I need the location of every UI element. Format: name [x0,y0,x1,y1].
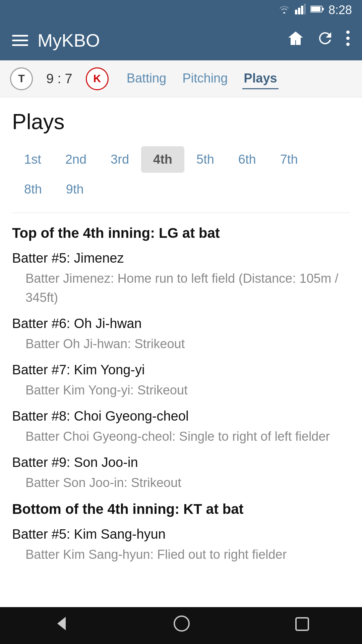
team1-badge: T [10,67,33,90]
batter-2-name: Batter #6: Oh Ji-hwan [12,316,350,331]
play-item-2: Batter #6: Oh Ji-hwan Batter Oh Ji-hwan:… [12,316,350,354]
bottom-nav [0,607,362,644]
batter-4-name: Batter #8: Choi Gyeong-cheol [12,409,350,424]
batter-4-desc: Batter Choi Gyeong-cheol: Single to righ… [25,427,350,446]
batter-b1-name: Batter #5: Kim Sang-hyun [12,527,350,542]
nav-home-icon[interactable] [173,615,190,636]
plays-content: Top of the 4th inning: LG at bat Batter … [12,225,350,585]
more-icon[interactable] [346,30,350,51]
play-item-4: Batter #8: Choi Gyeong-cheol Batter Choi… [12,409,350,446]
inning-tabs: 1st 2nd 3rd 4th 5th 6th 7th 8th 9th [12,146,350,203]
svg-rect-1 [298,8,300,14]
batter-b1-desc: Batter Kim Sang-hyun: Flied out to right… [25,545,350,564]
battery-icon [310,5,324,15]
nav-back-icon[interactable] [52,615,69,636]
svg-marker-10 [57,617,66,630]
main-content: Plays 1st 2nd 3rd 4th 5th 6th 7th 8th 9t… [0,97,362,585]
batter-5-name: Batter #9: Son Joo-in [12,455,350,470]
status-icons: 8:28 [278,3,352,17]
svg-rect-6 [311,7,320,11]
play-item-b1: Batter #5: Kim Sang-hyun Batter Kim Sang… [12,527,350,564]
svg-rect-0 [295,10,297,14]
inning-tab-6th[interactable]: 6th [226,146,268,173]
svg-point-7 [346,31,350,34]
batter-5-desc: Batter Son Joo-in: Strikeout [25,473,350,492]
svg-rect-5 [322,8,324,10]
top-inning-header: Top of the 4th inning: LG at bat [12,225,350,241]
inning-tab-2nd[interactable]: 2nd [53,146,99,173]
svg-point-9 [346,43,350,46]
top-inning-section: Top of the 4th inning: LG at bat Batter … [12,225,350,492]
app-bar: MyKBO [0,20,362,60]
inning-tab-5th[interactable]: 5th [184,146,226,173]
batter-1-name: Batter #5: Jimenez [12,251,350,266]
inning-tab-3rd[interactable]: 3rd [99,146,141,173]
svg-rect-12 [296,618,308,630]
refresh-icon[interactable] [316,30,334,51]
status-bar: 8:28 [0,0,362,20]
inning-tab-1st[interactable]: 1st [12,146,53,173]
menu-icon[interactable] [12,35,28,46]
play-item-1: Batter #5: Jimenez Batter Jimenez: Home … [12,251,350,307]
app-bar-actions [287,30,350,51]
divider [12,213,350,213]
batter-2-desc: Batter Oh Ji-hwan: Strikeout [25,334,350,354]
batter-3-name: Batter #7: Kim Yong-yi [12,362,350,377]
batter-1-desc: Batter Jimenez: Home run to left field (… [25,269,350,307]
inning-tab-9th[interactable]: 9th [54,176,96,203]
wifi-icon [278,4,290,16]
app-title: MyKBO [38,30,278,51]
score-bar-tabs: Batting Pitching Plays [125,68,279,89]
play-item-5: Batter #9: Son Joo-in Batter Son Joo-in:… [12,455,350,492]
home-icon[interactable] [287,30,304,51]
tab-pitching[interactable]: Pitching [181,68,229,89]
svg-rect-3 [304,4,306,14]
signal-icon [295,4,306,17]
team2-badge: K [86,67,109,90]
nav-recent-icon[interactable] [295,615,310,636]
inning-tab-8th[interactable]: 8th [12,176,54,203]
inning-tab-4th[interactable]: 4th [141,146,184,173]
score-bar: T 9 : 7 K Batting Pitching Plays [0,60,362,97]
tab-plays[interactable]: Plays [242,68,278,89]
svg-rect-2 [301,6,303,14]
bottom-inning-section: Bottom of the 4th inning: KT at bat Batt… [12,501,350,564]
play-item-3: Batter #7: Kim Yong-yi Batter Kim Yong-y… [12,362,350,400]
tab-batting[interactable]: Batting [125,68,168,89]
page-title: Plays [12,109,350,134]
batter-3-desc: Batter Kim Yong-yi: Strikeout [25,381,350,400]
svg-point-11 [174,616,189,631]
inning-tab-7th[interactable]: 7th [268,146,310,173]
svg-point-8 [346,37,350,40]
bottom-inning-header: Bottom of the 4th inning: KT at bat [12,501,350,517]
score-display: 9 : 7 [46,71,72,86]
status-time: 8:28 [328,3,352,17]
